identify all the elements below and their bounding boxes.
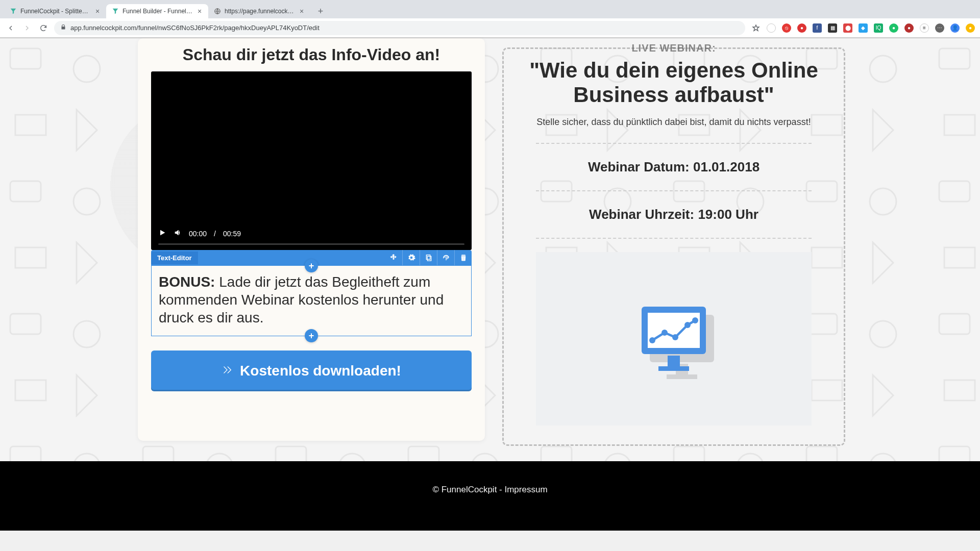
extension-icon[interactable] <box>767 23 776 33</box>
monitor-chart-icon <box>628 293 720 385</box>
bonus-label: BONUS: <box>159 274 215 290</box>
tab-title: Funnel Builder - FunnelCockpit <box>122 8 193 15</box>
add-element-after-button[interactable]: + <box>305 329 318 342</box>
webinar-date: Webinar Datum: 01.01.2018 <box>521 154 827 180</box>
browser-tab-0[interactable]: FunnelCockpit - Splittests, Ma × <box>4 4 106 18</box>
forward-button[interactable] <box>21 22 33 34</box>
tab-bar: FunnelCockpit - Splittests, Ma × Funnel … <box>0 0 980 18</box>
gear-icon[interactable] <box>402 250 420 265</box>
move-icon[interactable] <box>385 250 402 265</box>
webinar-subline: Stelle sicher, dass du pünktlich dabei b… <box>521 117 827 128</box>
play-icon[interactable] <box>158 229 166 238</box>
text-editor-block[interactable]: + BONUS: Lade dir jetzt das Begleitheft … <box>151 265 472 336</box>
extension-icon[interactable]: ⦸ <box>782 23 791 33</box>
card-heading: Schau dir jetzt das Info-Video an! <box>151 45 472 64</box>
svg-rect-1 <box>427 256 431 261</box>
close-icon[interactable]: × <box>298 8 305 15</box>
page-canvas: Schau dir jetzt das Info-Video an! 00:00… <box>0 38 980 531</box>
funnel-icon <box>111 7 119 15</box>
dashed-divider <box>536 190 812 191</box>
extension-icon[interactable]: ● <box>797 23 806 33</box>
extension-icon[interactable]: ≡ <box>920 23 929 33</box>
reload-button[interactable] <box>38 22 49 34</box>
volume-icon[interactable] <box>174 229 182 238</box>
star-icon[interactable] <box>750 22 762 34</box>
browser-chrome: FunnelCockpit - Splittests, Ma × Funnel … <box>0 0 980 38</box>
webinar-eyebrow: LIVE WEBINAR: <box>521 42 827 54</box>
svg-rect-5 <box>668 356 680 366</box>
lock-icon <box>60 24 66 32</box>
new-tab-button[interactable]: + <box>313 4 328 18</box>
footer-copyright[interactable]: © FunnelCockpit - Impressum <box>432 485 547 494</box>
extension-icons: ⦸ ● f ▦ ⬤ ◆ IQ ● ● ≡ ⋯ 👤 ● <box>767 23 975 33</box>
extension-icon[interactable]: IQ <box>874 23 883 33</box>
video-progress-bar[interactable] <box>158 243 464 245</box>
page-footer: © FunnelCockpit - Impressum <box>0 461 980 531</box>
svg-rect-4 <box>648 313 700 348</box>
tab-title: FunnelCockpit - Splittests, Ma <box>20 8 91 15</box>
svg-rect-6 <box>658 366 689 371</box>
element-type-label[interactable]: Text-Editor <box>151 252 198 264</box>
extension-icon[interactable]: ⋯ <box>935 23 944 33</box>
video-current-time: 00:00 <box>189 230 207 238</box>
extension-icon[interactable]: ● <box>904 23 914 33</box>
bonus-paragraph[interactable]: BONUS: Lade dir jetzt das Begleitheft zu… <box>159 273 464 327</box>
globe-icon <box>213 7 222 15</box>
fingerprint-icon[interactable] <box>437 250 454 265</box>
close-icon[interactable]: × <box>94 8 101 15</box>
video-controls: 00:00 / 00:59 <box>151 224 472 250</box>
tab-title: https://page.funnelcockpit.co <box>225 8 295 15</box>
svg-rect-2 <box>426 255 430 260</box>
left-card: Schau dir jetzt das Info-Video an! 00:00… <box>138 38 485 441</box>
svg-point-8 <box>662 330 668 336</box>
profile-avatar[interactable]: 👤 <box>950 23 960 33</box>
browser-tab-2[interactable]: https://page.funnelcockpit.co × <box>208 4 310 18</box>
cta-label: Kostenlos downloaden! <box>240 363 401 379</box>
back-button[interactable] <box>5 22 16 34</box>
extension-icon[interactable]: ▦ <box>828 23 837 33</box>
dashed-divider <box>536 238 812 239</box>
extension-icon[interactable]: f <box>813 23 822 33</box>
add-element-before-button[interactable]: + <box>305 259 318 272</box>
extension-icon[interactable]: ◆ <box>859 23 868 33</box>
copy-icon[interactable] <box>420 250 437 265</box>
browser-tab-1[interactable]: Funnel Builder - FunnelCockpit × <box>106 4 208 18</box>
trash-icon[interactable] <box>454 250 472 265</box>
chevrons-right-icon <box>222 363 233 379</box>
webinar-panel: LIVE WEBINAR: "Wie du dein eigenes Onlin… <box>505 38 842 441</box>
svg-point-9 <box>672 334 678 340</box>
close-icon[interactable]: × <box>196 8 203 15</box>
webinar-headline: "Wie du dein eigenes Online Business auf… <box>521 58 827 108</box>
svg-point-7 <box>649 337 655 343</box>
extension-icon[interactable]: ⬤ <box>843 23 852 33</box>
video-time-separator: / <box>214 230 216 238</box>
svg-point-11 <box>692 317 698 323</box>
download-cta-button[interactable]: Kostenlos downloaden! <box>151 350 472 391</box>
video-duration: 00:59 <box>223 230 241 238</box>
address-bar[interactable]: app.funnelcockpit.com/funnel/nwSC6fNoSJ6… <box>54 21 745 35</box>
dashed-divider <box>536 143 812 144</box>
extension-icon[interactable]: ● <box>889 23 898 33</box>
webinar-time: Webinar Uhrzeit: 19:00 Uhr <box>521 202 827 228</box>
svg-point-10 <box>684 322 691 328</box>
url-text: app.funnelcockpit.com/funnel/nwSC6fNoSJ6… <box>70 24 320 32</box>
browser-toolbar: app.funnelcockpit.com/funnel/nwSC6fNoSJ6… <box>0 18 980 38</box>
video-player[interactable]: 00:00 / 00:59 <box>151 71 472 250</box>
extension-icon[interactable]: ● <box>966 23 975 33</box>
funnel-icon <box>9 7 17 15</box>
webinar-illustration <box>536 252 812 425</box>
